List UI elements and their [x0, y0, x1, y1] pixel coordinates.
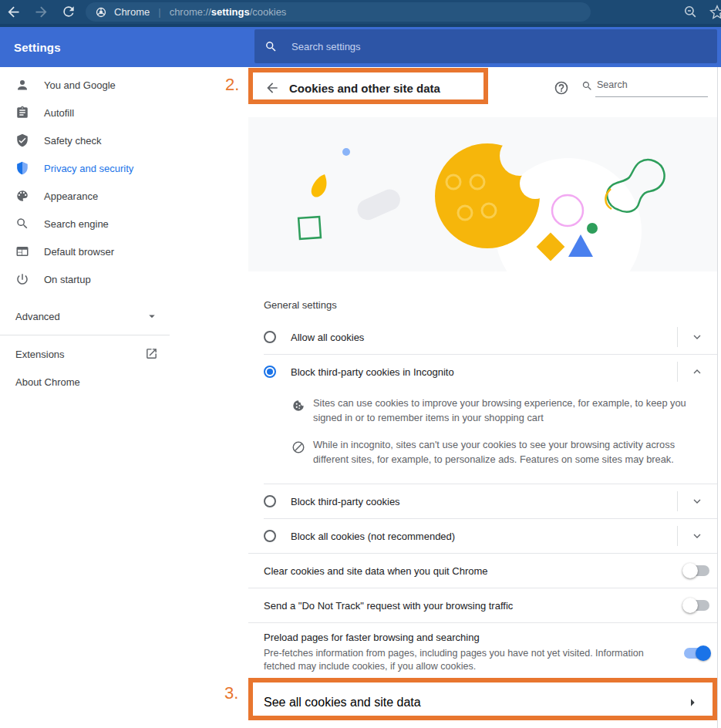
radio-button[interactable]: [264, 495, 276, 507]
toggle-row-do-not-track[interactable]: Send a "Do Not Track" request with your …: [248, 588, 717, 622]
person-icon: [15, 78, 29, 92]
address-bar-app-name: Chrome: [114, 6, 150, 18]
row-separator: [677, 526, 678, 546]
toggle-on[interactable]: [684, 648, 709, 659]
sidebar-item-label: Search engine: [44, 218, 109, 230]
content-right-border: [717, 67, 718, 728]
cookies-settings-page: Cookies and other site data Search: [248, 67, 717, 728]
page-search-placeholder: Search: [595, 78, 708, 97]
page-search-field[interactable]: Search: [581, 78, 708, 97]
chrome-logo-icon: [95, 6, 107, 19]
toggle-sublabel: Pre-fetches information from pages, incl…: [264, 647, 655, 673]
detail-item: While in incognito, sites can't use your…: [291, 438, 702, 467]
sidebar-item-safety-check[interactable]: Safety check: [0, 126, 185, 154]
browser-window-icon: [15, 244, 29, 258]
detail-text: Sites can use cookies to improve your br…: [313, 396, 702, 425]
zoom-out-icon[interactable]: [683, 5, 698, 19]
toggle-label: Preload pages for faster browsing and se…: [264, 632, 717, 643]
toggle-row-clear-on-quit[interactable]: Clear cookies and site data when you qui…: [248, 554, 717, 588]
chevron-down-icon[interactable]: [688, 527, 706, 545]
radio-row-block-third-party-incognito[interactable]: Block third-party cookies in Incognito: [248, 355, 717, 389]
chevron-up-icon[interactable]: [688, 362, 706, 381]
sidebar-item-label: Advanced: [15, 311, 60, 322]
search-icon: [264, 40, 278, 53]
row-separator: [677, 491, 678, 511]
sidebar-item-default-browser[interactable]: Default browser: [0, 238, 185, 265]
cookie-icon: [291, 399, 305, 413]
row-separator: [677, 327, 678, 347]
help-icon[interactable]: [554, 80, 569, 96]
sidebar-item-label: On startup: [44, 274, 91, 285]
browser-reload-icon[interactable]: [61, 4, 77, 20]
browser-forward-icon[interactable]: [33, 4, 49, 20]
radio-label: Block third-party cookies in Incognito: [291, 366, 454, 378]
sidebar-item-label: Privacy and security: [44, 163, 133, 174]
external-link-icon: [145, 347, 159, 361]
chevron-down-icon[interactable]: [688, 328, 706, 346]
sidebar-item-label: Extensions: [15, 349, 65, 360]
cookies-illustration: [248, 117, 717, 271]
magnifier-icon: [15, 217, 29, 231]
settings-search-box[interactable]: Search settings: [254, 29, 717, 63]
subpage-arrow-icon: [686, 696, 699, 709]
sidebar-item-search-engine[interactable]: Search engine: [0, 210, 185, 238]
sidebar-item-you-and-google[interactable]: You and Google: [0, 71, 185, 99]
section-label: General settings: [264, 299, 337, 311]
radio-row-block-third-party[interactable]: Block third-party cookies: [248, 484, 717, 518]
bookmark-star-icon[interactable]: [709, 5, 721, 19]
sidebar-item-autofill[interactable]: Autofill: [0, 99, 185, 126]
sidebar-item-extensions[interactable]: Extensions: [0, 340, 185, 368]
sidebar-item-label: Default browser: [44, 246, 114, 258]
address-bar-separator: |: [158, 6, 160, 18]
power-icon: [15, 272, 29, 286]
chevron-down-icon: [145, 309, 159, 323]
settings-header: Settings Search settings: [0, 27, 721, 67]
sidebar-item-label: Appearance: [44, 190, 98, 202]
address-bar[interactable]: Chrome | chrome://settings/cookies: [86, 2, 591, 22]
blocked-icon: [291, 440, 305, 454]
browser-toolbar: Chrome | chrome://settings/cookies: [0, 0, 721, 24]
toggle-label: Send a "Do Not Track" request with your …: [264, 600, 513, 612]
row-separator: [677, 362, 678, 382]
link-row-label: See all cookies and site data: [264, 696, 421, 709]
privacy-shield-icon: [15, 161, 29, 175]
chevron-down-icon[interactable]: [688, 492, 706, 511]
sidebar-item-on-startup[interactable]: On startup: [0, 265, 185, 293]
sidebar-item-privacy-and-security[interactable]: Privacy and security: [0, 154, 185, 182]
see-all-cookies-row[interactable]: See all cookies and site data: [248, 682, 717, 723]
page-title: Cookies and other site data: [289, 82, 440, 95]
radio-label: Block all cookies (not recommended): [291, 531, 455, 542]
toggle-off[interactable]: [684, 600, 709, 611]
option-details: Sites can use cookies to improve your br…: [248, 389, 717, 484]
radio-row-allow-all-cookies[interactable]: Allow all cookies: [248, 320, 717, 354]
radio-button[interactable]: [264, 530, 276, 542]
annotation-label-step2: 2.: [225, 75, 239, 95]
sidebar-divider: [0, 335, 170, 335]
address-bar-url: chrome://settings/cookies: [170, 6, 287, 18]
settings-sidebar: You and Google Autofill Safety check Pri…: [0, 67, 185, 396]
browser-back-icon[interactable]: [5, 4, 22, 20]
page-back-button[interactable]: [264, 80, 280, 96]
sidebar-item-label: About Chrome: [15, 376, 80, 388]
toggle-label: Clear cookies and site data when you qui…: [264, 565, 488, 577]
radio-row-block-all[interactable]: Block all cookies (not recommended): [248, 519, 717, 553]
sidebar-item-label: Autofill: [44, 107, 74, 119]
sidebar-item-label: Safety check: [44, 135, 101, 147]
toggle-knob: [682, 598, 698, 613]
detail-text: While in incognito, sites can't use your…: [313, 438, 702, 467]
radio-button-selected[interactable]: [264, 366, 276, 378]
detail-item: Sites can use cookies to improve your br…: [291, 396, 702, 425]
radio-button[interactable]: [264, 331, 276, 343]
toggle-row-preload-pages[interactable]: Preload pages for faster browsing and se…: [248, 623, 717, 682]
sidebar-item-appearance[interactable]: Appearance: [0, 182, 185, 210]
sidebar-item-about-chrome[interactable]: About Chrome: [0, 368, 185, 396]
shield-check-icon: [15, 133, 29, 147]
sidebar-item-advanced[interactable]: Advanced: [0, 302, 185, 330]
search-icon: [581, 80, 593, 92]
radio-label: Allow all cookies: [291, 332, 364, 343]
clipboard-icon: [15, 106, 29, 120]
toggle-off[interactable]: [684, 565, 709, 576]
sidebar-item-label: You and Google: [44, 79, 116, 91]
palette-icon: [15, 189, 29, 203]
toggle-knob: [682, 563, 698, 578]
